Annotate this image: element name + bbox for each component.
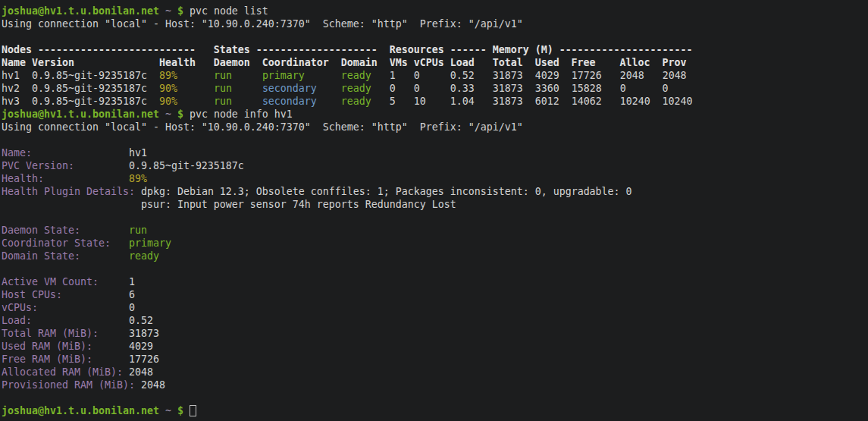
blank-line bbox=[2, 262, 868, 275]
resource-values: 1 0 0.52 31873 4029 17726 2048 2048 bbox=[371, 70, 687, 81]
info-label: vCPUs: bbox=[2, 302, 38, 313]
info-row-provisioned-ram: Provisioned RAM (MiB): 2048 bbox=[2, 379, 868, 391]
spacer bbox=[183, 405, 190, 416]
info-row-health: Health: 89% bbox=[2, 172, 868, 185]
spacer bbox=[232, 96, 262, 107]
info-row-name: Name: hv1 bbox=[2, 146, 868, 159]
info-value: 2048 bbox=[141, 379, 165, 391]
info-value: 6 bbox=[129, 289, 135, 300]
daemon-state: run bbox=[214, 83, 232, 94]
info-label: Active VM Count: bbox=[2, 276, 99, 287]
info-value: dpkg: Debian 12.3; Obsolete conffiles: 1… bbox=[141, 186, 632, 197]
spacer bbox=[177, 96, 214, 107]
spacer bbox=[123, 366, 129, 378]
info-value: 17726 bbox=[129, 353, 159, 365]
spacer bbox=[32, 147, 129, 159]
spacer bbox=[74, 160, 129, 171]
table-section-header: Nodes -------------------------- States … bbox=[2, 43, 868, 56]
info-value: 89% bbox=[129, 173, 147, 184]
table-section-header-text: Nodes -------------------------- States … bbox=[2, 44, 693, 55]
info-label: Free RAM (MiB): bbox=[2, 353, 92, 365]
spacer bbox=[171, 108, 177, 120]
coordinator-state: primary bbox=[262, 70, 305, 81]
connection-info: Using connection "local" - Host: "10.90.… bbox=[2, 18, 523, 30]
domain-state: ready bbox=[341, 70, 371, 81]
prompt-line-2: joshua@hv1.t.u.bonilan.net ~ $ pvc node … bbox=[2, 108, 868, 121]
prompt-symbol: $ bbox=[177, 5, 183, 17]
info-row-host-cpus: Host CPUs: 6 bbox=[2, 288, 868, 301]
spacer bbox=[317, 83, 341, 94]
prompt-symbol: $ bbox=[177, 108, 183, 120]
spacer bbox=[135, 186, 141, 197]
spacer bbox=[99, 328, 129, 339]
info-value: 31873 bbox=[129, 328, 159, 339]
daemon-state: run bbox=[214, 70, 232, 81]
info-value: primary bbox=[129, 237, 171, 249]
info-row-load: Load: 0.52 bbox=[2, 314, 868, 327]
info-value: hv1 bbox=[129, 147, 147, 159]
prompt-user-host: joshua@hv1.t.u.bonilan.net bbox=[2, 108, 159, 120]
info-row-domain-state: Domain State: ready bbox=[2, 250, 868, 262]
info-value: 0 bbox=[129, 302, 135, 313]
connection-info-line-2: Using connection "local" - Host: "10.90.… bbox=[2, 121, 868, 134]
prompt-cwd: ~ bbox=[165, 108, 171, 120]
info-row-allocated-ram: Allocated RAM (MiB): 2048 bbox=[2, 366, 868, 379]
info-label: PVC Version: bbox=[2, 160, 74, 171]
spacer bbox=[32, 315, 129, 326]
info-row-free-ram: Free RAM (MiB): 17726 bbox=[2, 353, 868, 366]
spacer bbox=[44, 173, 129, 184]
connection-info: Using connection "local" - Host: "10.90.… bbox=[2, 121, 523, 133]
info-value: 4029 bbox=[129, 341, 153, 352]
spacer bbox=[99, 276, 129, 287]
node-name-and-version: hv3 0.9.85~git-9235187c bbox=[2, 96, 159, 107]
health-value: 90% bbox=[159, 83, 177, 94]
table-row-hv2: hv2 0.9.85~git-9235187c 90% run secondar… bbox=[2, 82, 868, 95]
spacer bbox=[111, 237, 129, 249]
info-label: Name: bbox=[2, 147, 32, 159]
spacer bbox=[38, 302, 129, 313]
coordinator-state: secondary bbox=[262, 96, 317, 107]
info-row-pvc-version: PVC Version: 0.9.85~git-9235187c bbox=[2, 159, 868, 172]
info-value: 1 bbox=[129, 276, 135, 287]
domain-state: ready bbox=[341, 83, 371, 94]
spacer bbox=[171, 405, 177, 416]
terminal-screen[interactable]: joshua@hv1.t.u.bonilan.net ~ $ pvc node … bbox=[0, 0, 868, 421]
info-label: Health: bbox=[2, 173, 44, 184]
connection-info-line-1: Using connection "local" - Host: "10.90.… bbox=[2, 17, 868, 30]
spacer bbox=[177, 83, 214, 94]
info-row-daemon-state: Daemon State: run bbox=[2, 224, 868, 237]
node-name-and-version: hv2 0.9.85~git-9235187c bbox=[2, 83, 159, 94]
spacer bbox=[62, 289, 129, 300]
info-value: 0.9.85~git-9235187c bbox=[129, 160, 244, 171]
info-row-total-ram: Total RAM (MiB): 31873 bbox=[2, 327, 868, 340]
info-value: ready bbox=[129, 250, 159, 262]
info-label: Load: bbox=[2, 315, 32, 326]
info-row-coordinator-state: Coordinator State: primary bbox=[2, 237, 868, 250]
info-label: Health Plugin Details: bbox=[2, 186, 135, 197]
command-node-info: pvc node info hv1 bbox=[183, 108, 293, 120]
info-value: run bbox=[129, 225, 147, 236]
spacer bbox=[159, 405, 165, 416]
info-label: Domain State: bbox=[2, 250, 80, 262]
info-label: Allocated RAM (MiB): bbox=[2, 366, 123, 378]
prompt-user-host: joshua@hv1.t.u.bonilan.net bbox=[2, 405, 159, 416]
spacer bbox=[305, 70, 341, 81]
spacer bbox=[92, 353, 129, 365]
spacer bbox=[159, 5, 165, 17]
blank-line bbox=[2, 134, 868, 146]
spacer bbox=[92, 341, 129, 352]
prompt-line-3: joshua@hv1.t.u.bonilan.net ~ $ bbox=[2, 404, 868, 417]
prompt-cwd: ~ bbox=[165, 5, 171, 17]
domain-state: ready bbox=[341, 96, 371, 107]
command-node-list: pvc node list bbox=[183, 5, 268, 17]
terminal-cursor bbox=[190, 405, 196, 416]
info-row-vcpus: vCPUs: 0 bbox=[2, 301, 868, 314]
health-value: 89% bbox=[159, 70, 177, 81]
blank-line bbox=[2, 211, 868, 224]
table-column-header: Name Version Health Daemon Coordinator D… bbox=[2, 56, 868, 69]
spacer bbox=[80, 250, 129, 262]
resource-values: 0 0 0.33 31873 3360 15828 0 0 bbox=[371, 83, 669, 94]
blank-line bbox=[2, 30, 868, 43]
table-row-hv1: hv1 0.9.85~git-9235187c 89% run primary … bbox=[2, 69, 868, 82]
info-label: Daemon State: bbox=[2, 225, 80, 236]
